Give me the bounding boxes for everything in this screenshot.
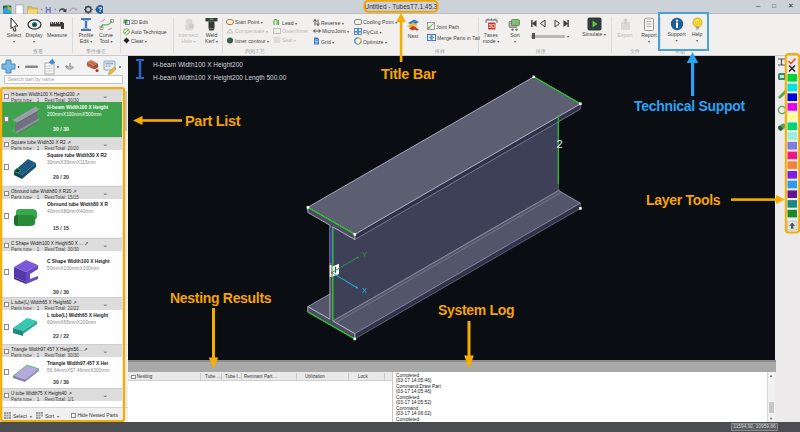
svg-text:Nesting Results: Nesting Results bbox=[170, 290, 272, 306]
svg-text:Technical Suppot: Technical Suppot bbox=[634, 98, 745, 114]
svg-text:System Log: System Log bbox=[438, 302, 514, 318]
svg-text:Title Bar: Title Bar bbox=[381, 66, 437, 82]
svg-text:Layer Tools: Layer Tools bbox=[646, 192, 721, 208]
svg-text:Part List: Part List bbox=[185, 113, 241, 129]
